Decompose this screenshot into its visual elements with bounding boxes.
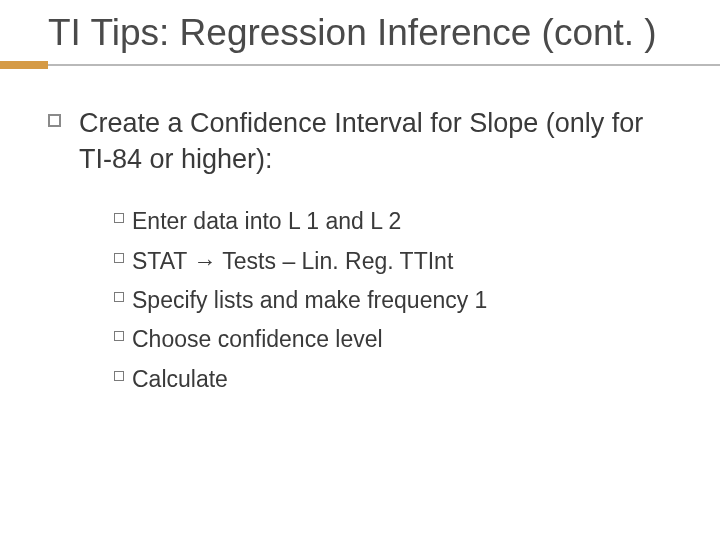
list-item: Choose confidence level bbox=[114, 323, 660, 356]
sub-list: Enter data into L 1 and L 2 STAT → Tests… bbox=[114, 205, 660, 396]
sub-item-text: Choose confidence level bbox=[132, 323, 383, 356]
square-bullet-icon bbox=[114, 253, 124, 263]
rule-line bbox=[48, 64, 720, 66]
title-rule bbox=[0, 61, 720, 69]
list-item: STAT → Tests – Lin. Reg. TTInt bbox=[114, 245, 660, 278]
list-item: Enter data into L 1 and L 2 bbox=[114, 205, 660, 238]
title-block: TI Tips: Regression Inference (cont. ) bbox=[0, 0, 720, 55]
sub-item-first: Enter bbox=[132, 208, 187, 234]
main-bullet-item: Create a Confidence Interval for Slope (… bbox=[48, 105, 660, 178]
list-item: Calculate bbox=[114, 363, 660, 396]
sub-item-text: STAT → Tests – Lin. Reg. TTInt bbox=[132, 245, 453, 278]
square-bullet-icon bbox=[114, 331, 124, 341]
sub-item-first: STAT bbox=[132, 248, 187, 274]
sub-item-rest: confidence level bbox=[211, 326, 382, 352]
main-item-text: Create a Confidence Interval for Slope (… bbox=[79, 105, 660, 178]
rule-accent bbox=[0, 61, 48, 69]
slide-title: TI Tips: Regression Inference (cont. ) bbox=[48, 12, 720, 55]
square-bullet-icon bbox=[48, 114, 61, 127]
content-area: Create a Confidence Interval for Slope (… bbox=[0, 69, 720, 397]
square-bullet-icon bbox=[114, 213, 124, 223]
sub-item-rest: data into L 1 and L 2 bbox=[187, 208, 401, 234]
sub-item-text: Enter data into L 1 and L 2 bbox=[132, 205, 401, 238]
slide: TI Tips: Regression Inference (cont. ) C… bbox=[0, 0, 720, 540]
sub-item-first: Specify bbox=[132, 287, 207, 313]
square-bullet-icon bbox=[114, 292, 124, 302]
sub-item-rest: Tests – Lin. Reg. TTInt bbox=[216, 248, 453, 274]
sub-item-text: Calculate bbox=[132, 363, 228, 396]
arrow-icon: → bbox=[193, 245, 216, 278]
square-bullet-icon bbox=[114, 371, 124, 381]
sub-item-text: Specify lists and make frequency 1 bbox=[132, 284, 487, 317]
sub-item-first: Calculate bbox=[132, 366, 228, 392]
list-item: Specify lists and make frequency 1 bbox=[114, 284, 660, 317]
sub-item-rest: lists and make frequency 1 bbox=[207, 287, 487, 313]
sub-item-first: Choose bbox=[132, 326, 211, 352]
